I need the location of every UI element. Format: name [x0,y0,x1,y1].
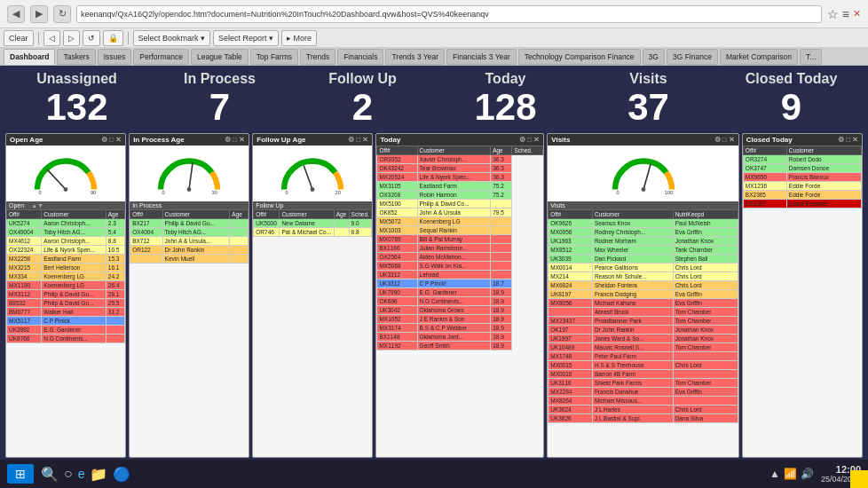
table-row: UK10489Mauvic Rosnell S...Tom Chamber [548,343,738,352]
table-cell: UK3039 [548,255,593,264]
tab-market[interactable]: Market Comparison [720,49,798,65]
tab-more[interactable]: T... [800,49,822,65]
kpi-visits-value: 37 [577,87,720,128]
panel-open-age-title: Open Age [10,136,43,144]
url-bar[interactable]: keenanqv/QxA16Q2ly/opendoc.htm?document=… [76,5,822,23]
search-taskbar-icon[interactable]: 🔍 [41,466,59,483]
table-cell: 18.9 [491,342,512,350]
select-bookmark-button[interactable]: Select Bookmark ▾ [133,30,211,46]
tab-trends-3year[interactable]: Trends 3 Year [385,49,445,65]
table-cell: E.G. Gardener [417,288,491,297]
table-cell: Koenenberg LG [417,217,491,226]
today-table-container[interactable]: Off# Customer Age Sched. OR9352Xavier Ch… [376,146,543,457]
panel-in-process-header: In Process Age ⚙ □ ✕ [130,134,249,146]
table-cell: Rodney Christoph... [592,228,673,237]
svg-point-5 [187,187,192,192]
table-row: OK197Dr John RankinJonathan Knox [548,326,738,335]
forward-button[interactable]: ▶ [30,5,48,23]
taskbar-pinned-icons: 🔍 ○ e 📁 🔵 [41,466,130,483]
table-cell: MX1003 [377,226,417,235]
table-row: BM0777Walker Hall31.2 [7,308,125,317]
table-cell: 36.3 [491,164,512,173]
menu-icon[interactable]: ≡ [842,7,849,21]
open-age-table-container[interactable]: Open ▲▼ Off# Customer Age UK5274Aaron Ch… [6,201,125,457]
panel-follow-up-icons[interactable]: ⚙ □ ✕ [348,136,368,144]
tabs-bar: Dashboard Taskers Issues Performance Lea… [0,48,868,66]
svg-text:0: 0 [286,190,288,195]
table-cell: MX9650 [743,173,786,182]
table-cell: Philip & David Gu... [42,299,107,308]
closed-today-table-container[interactable]: Off# Customer OR3274Robert DodoOK3747Dam… [743,146,862,457]
panel-closed-today-icons[interactable]: ⚙ □ ✕ [838,136,858,144]
reload-toolbar-button[interactable]: ↺ [83,30,100,46]
panel-open-age-header: Open Age ⚙ □ ✕ [6,134,125,146]
table-cell: BX217 [130,219,162,228]
table-cell: Robert Dodo [786,155,861,164]
bookmark-icon[interactable]: ☆ [827,7,839,21]
more-button[interactable]: ▸ More [281,30,317,46]
table-cell: MX23437 [548,317,593,326]
edge-icon[interactable]: e [78,467,85,481]
tab-performance[interactable]: Performance [133,49,189,65]
svg-point-1 [64,187,68,192]
tab-top-farms[interactable]: Top Farms [250,49,298,65]
panel-in-process-icons[interactable]: ⚙ □ ✕ [225,136,245,144]
fu-col-age: Age [334,210,349,219]
table-row: MX5100Philip & David Co... [377,200,543,209]
table-cell: Chris Lord [673,361,738,370]
table-cell: MX0016 [548,370,593,379]
select-report-button[interactable]: Select Report ▾ [213,30,279,46]
tab-3g[interactable]: 3G [643,49,665,65]
folder-icon[interactable]: 📁 [90,466,107,483]
network-icon[interactable]: 📶 [784,468,797,480]
table-cell: Robin Harmon [417,191,491,200]
up-arrow-icon[interactable]: ▲ [769,468,780,480]
back-button[interactable]: ◀ [7,5,25,23]
tab-dashboard[interactable]: Dashboard [4,49,55,65]
forward-toolbar-button[interactable]: ▷ [63,30,80,46]
tab-trends[interactable]: Trends [300,49,335,65]
table-cell: Philip & David Co... [417,200,491,209]
table-row: UK3624J L HarlesChris Lord [548,405,738,414]
start-button[interactable]: ⊞ [7,464,34,484]
lock-button[interactable]: 🔒 [103,30,123,46]
table-cell: Eastland Farm [42,255,107,264]
tab-3g-finance[interactable]: 3G Finance [667,49,718,65]
ct-col-customer: Customer [786,146,861,155]
system-tray: ▲ 📶 🔊 [769,468,814,480]
table-cell [334,228,349,237]
back-toolbar-button[interactable]: ◁ [43,30,60,46]
ip-col-off: Off# [130,210,162,219]
table-cell [106,335,124,343]
table-cell: 75.2 [491,191,512,200]
table-cell: Chris Lord [673,405,738,414]
follow-up-table-container[interactable]: Follow Up Off# Customer Age Sched. UK500… [253,201,372,457]
panel-visits-icons[interactable]: ⚙ □ ✕ [714,136,735,144]
tab-tech-comparison[interactable]: Technology Comparison Finance [518,49,641,65]
tab-taskers[interactable]: Taskers [57,49,95,65]
panel-today-icons[interactable]: ⚙ □ ✕ [519,136,540,144]
volume-icon[interactable]: 🔊 [801,468,814,480]
table-cell: B.S & C.P Webber [417,324,491,333]
table-cell: MX2284 [548,388,593,397]
in-process-table-title: In Process [132,202,162,209]
open-col-off: Off# [7,210,42,219]
table-row: MX8512Max WheelerTank Chamber [548,246,738,255]
table-cell: 9.0 [349,219,372,228]
cortana-icon[interactable]: ○ [64,466,73,482]
visits-table-container[interactable]: Visits Off# Customer NutriKeepd OK9626Se… [548,201,738,457]
reload-button[interactable]: ↻ [53,5,71,23]
table-cell [230,237,249,246]
tab-league-table[interactable]: League Table [191,49,249,65]
tab-financials[interactable]: Financials [337,49,383,65]
in-process-table-container[interactable]: In Process Off# Customer Age BX217Philip… [130,201,249,457]
table-cell: Walker Hall [42,308,107,317]
app-icon[interactable]: 🔵 [113,466,130,483]
clear-button[interactable]: Clear [4,30,34,46]
close-icon[interactable]: ✕ [853,8,861,20]
tab-financials-3year[interactable]: Financials 3 Year [446,49,517,65]
panel-open-age-icons[interactable]: ⚙ □ ✕ [101,136,122,144]
kpi-unassigned-label: Unassigned [5,71,148,87]
table-cell: Jonathan Knox [673,237,738,246]
tab-issues[interactable]: Issues [98,49,132,65]
